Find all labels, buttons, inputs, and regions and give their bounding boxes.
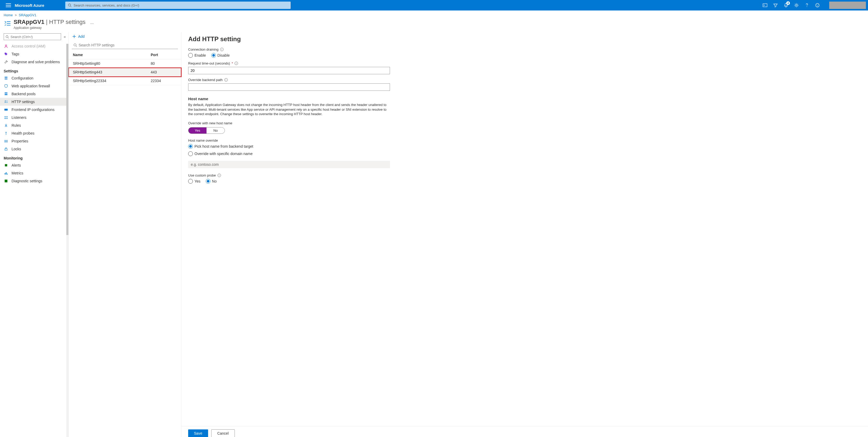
col-name-header[interactable]: Name (73, 53, 151, 57)
nav-label: Web application firewall (11, 84, 50, 88)
info-icon[interactable]: i (224, 78, 228, 82)
http-settings-table: Name Port SRHttpSetting80 80 SRHttpSetti… (69, 51, 181, 85)
nav-item-health-probes[interactable]: Health probes (0, 129, 68, 137)
breadcrumb-resource[interactable]: SRAppGV1 (19, 13, 36, 17)
svg-line-42 (76, 46, 77, 47)
blade-title-resource: SRAppGV1 (13, 19, 44, 25)
info-icon[interactable]: i (218, 174, 221, 177)
cancel-button[interactable]: Cancel (211, 429, 235, 437)
list-search-input[interactable] (79, 43, 176, 47)
account-placeholder[interactable] (829, 2, 866, 9)
nav-label: Tags (11, 52, 20, 56)
brand-label: Microsoft Azure (15, 3, 44, 8)
nav-item-rules[interactable]: Rules (0, 121, 68, 129)
nav-item-locks[interactable]: Locks (0, 145, 68, 153)
enable-radio[interactable]: Enable (188, 53, 206, 58)
override-hostname-label: Override with new host name (188, 121, 861, 125)
toggle-no[interactable]: No (207, 127, 225, 134)
global-search[interactable] (65, 2, 291, 9)
toggle-yes[interactable]: Yes (188, 127, 207, 134)
nav-scrollbar[interactable] (66, 42, 68, 437)
nav-item-access-control[interactable]: Access control (IAM) (0, 42, 68, 50)
nav-item-backend-pools[interactable]: Backend pools (0, 90, 68, 98)
svg-rect-2 (763, 4, 767, 7)
blade-more-icon[interactable]: ··· (90, 21, 94, 26)
custom-probe-no-radio[interactable]: No (206, 179, 217, 184)
nav-label: Configuration (11, 76, 33, 80)
override-hostname-toggle[interactable]: Yes No (188, 127, 225, 134)
svg-point-7 (818, 4, 818, 5)
hostname-override-label: Host name override (188, 139, 861, 142)
table-row[interactable]: SRHttpSetting443 443 (69, 68, 181, 77)
add-button[interactable]: Add (72, 34, 85, 38)
info-icon[interactable]: i (235, 62, 238, 65)
feedback-icon[interactable] (815, 3, 820, 8)
rules-icon (4, 123, 8, 127)
custom-probe-radio-group: Yes No (188, 179, 861, 184)
notifications-icon[interactable]: 4 (784, 3, 788, 8)
nav-label: Alerts (11, 163, 21, 167)
specific-domain-radio[interactable]: Override with specific domain name (188, 151, 253, 156)
global-search-input[interactable] (74, 3, 288, 7)
svg-point-11 (6, 35, 8, 37)
request-timeout-input[interactable] (188, 67, 390, 74)
add-label: Add (78, 34, 85, 38)
nav-item-frontend-ip[interactable]: Frontend IP configurations (0, 106, 68, 114)
nav-label: Access control (IAM) (11, 44, 45, 48)
pick-from-backend-radio[interactable]: Pick host name from backend target (188, 144, 253, 149)
nav-item-properties[interactable]: Properties (0, 137, 68, 145)
probe-icon (4, 132, 8, 135)
nav-item-waf[interactable]: Web application firewall (0, 82, 68, 90)
save-button[interactable]: Save (188, 429, 208, 437)
table-row[interactable]: SRHttpSetting80 80 (69, 59, 181, 68)
svg-rect-37 (7, 174, 8, 175)
panel-footer: Save Cancel (181, 426, 868, 437)
directory-filter-icon[interactable] (773, 3, 778, 8)
tag-icon (4, 52, 8, 56)
servers-icon (4, 92, 8, 96)
nav-label: Health probes (11, 131, 34, 135)
connection-draining-radio-group: Enable Disable (188, 53, 861, 58)
http-settings-blade-icon (4, 20, 11, 27)
svg-point-0 (68, 4, 71, 6)
col-port-header[interactable]: Port (151, 53, 177, 57)
lock-icon (4, 147, 8, 151)
custom-probe-yes-radio[interactable]: Yes (188, 179, 200, 184)
svg-rect-18 (5, 94, 8, 95)
nav-item-metrics[interactable]: Metrics (0, 169, 68, 177)
table-row[interactable]: SRHttpSetting22334 22334 (69, 77, 181, 85)
list-search[interactable] (72, 41, 178, 49)
breadcrumb-home[interactable]: Home (4, 13, 13, 17)
svg-rect-38 (5, 180, 8, 182)
nav-collapse-icon[interactable]: « (64, 35, 66, 39)
row-port: 22334 (151, 79, 177, 83)
sliders-icon (4, 76, 8, 80)
nav-search-input[interactable] (10, 35, 59, 39)
svg-rect-34 (5, 164, 7, 167)
hamburger-icon[interactable] (6, 3, 11, 7)
left-nav: « Access control (IAM) Tags Diagnose and… (0, 32, 69, 437)
nav-label: Rules (11, 123, 21, 127)
info-icon[interactable]: i (220, 48, 223, 51)
cloud-shell-icon[interactable] (763, 3, 767, 8)
override-backend-path-input[interactable] (188, 83, 390, 91)
svg-rect-25 (6, 118, 8, 119)
nav-item-configuration[interactable]: Configuration (0, 74, 68, 82)
svg-rect-36 (6, 172, 6, 175)
svg-rect-33 (5, 149, 7, 150)
nav-search[interactable] (4, 33, 61, 40)
custom-probe-label: Use custom probe i (188, 173, 861, 177)
search-icon (68, 3, 71, 7)
nav-item-diagnose[interactable]: Diagnose and solve problems (0, 58, 68, 66)
add-http-setting-panel: Add HTTP setting Connection draining i E… (181, 32, 868, 437)
nav-label: HTTP settings (11, 100, 35, 104)
nav-item-http-settings[interactable]: HTTP settings (0, 98, 68, 106)
help-icon[interactable] (805, 3, 809, 8)
nav-item-tags[interactable]: Tags (0, 50, 68, 58)
disable-radio[interactable]: Disable (211, 53, 230, 58)
nav-item-diagnostic-settings[interactable]: Diagnostic settings (0, 177, 68, 185)
settings-gear-icon[interactable] (794, 3, 799, 8)
nav-item-listeners[interactable]: Listeners (0, 114, 68, 121)
nav-item-alerts[interactable]: Alerts (0, 161, 68, 169)
checklist-icon (4, 100, 8, 104)
